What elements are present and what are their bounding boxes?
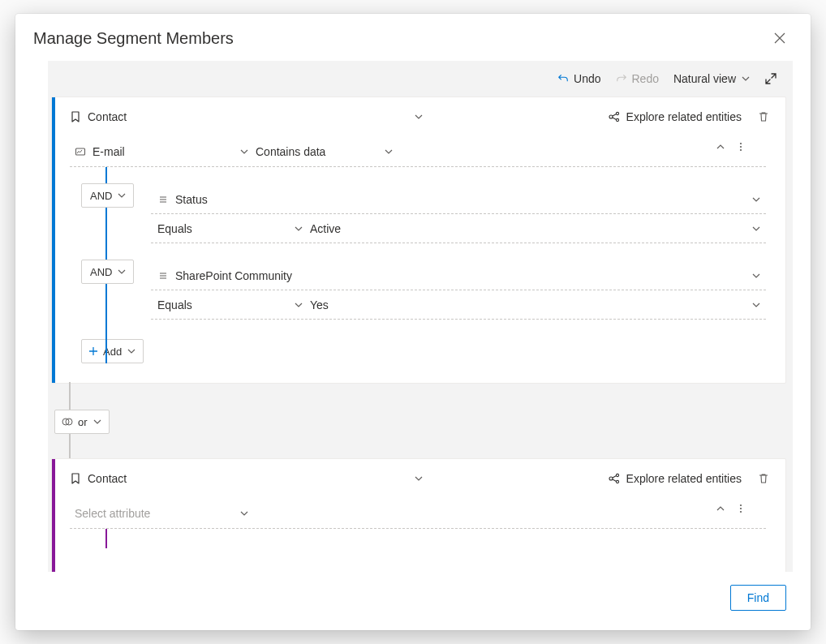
list-icon bbox=[157, 270, 169, 281]
toolbar: Undo Redo Natural view bbox=[48, 61, 793, 97]
chevron-down-icon bbox=[741, 74, 751, 84]
attribute-selector[interactable]: Select attribute bbox=[75, 507, 249, 520]
operator-selector[interactable]: Equals bbox=[157, 222, 303, 235]
attribute-placeholder: Select attribute bbox=[75, 507, 150, 520]
conditions-area bbox=[70, 529, 766, 548]
chevron-down-icon bbox=[294, 300, 303, 310]
logic-label: AND bbox=[90, 190, 112, 202]
chevron-down-icon bbox=[414, 112, 424, 122]
entity-selector[interactable]: Contact bbox=[70, 110, 127, 123]
operator-selector[interactable]: Equals bbox=[157, 298, 303, 311]
undo-button[interactable]: Undo bbox=[557, 72, 600, 85]
operator-label: Equals bbox=[157, 222, 192, 235]
operator-label: Equals bbox=[157, 298, 192, 311]
trash-icon bbox=[758, 473, 769, 484]
add-condition-button[interactable]: Add bbox=[81, 339, 144, 363]
chevron-down-icon bbox=[127, 346, 136, 356]
condition-row: E-mail Contains data bbox=[70, 136, 766, 167]
value-label: Yes bbox=[310, 298, 329, 311]
block-collapse-toggle[interactable] bbox=[414, 112, 424, 122]
svg-point-2 bbox=[616, 118, 618, 121]
svg-point-11 bbox=[616, 480, 618, 483]
chevron-down-icon bbox=[751, 271, 761, 281]
block-accent bbox=[52, 97, 55, 383]
plus-icon bbox=[88, 346, 98, 356]
chevron-down-icon bbox=[92, 417, 102, 427]
condition-group: AND SharePoint Community bbox=[104, 243, 766, 320]
logic-label: or bbox=[78, 416, 88, 428]
svg-point-0 bbox=[609, 115, 613, 118]
row-expand[interactable] bbox=[751, 300, 761, 310]
close-button[interactable] bbox=[767, 25, 793, 51]
attribute-label: E-mail bbox=[92, 145, 125, 158]
block-rows: Select attribute bbox=[52, 498, 785, 548]
delete-block-button[interactable] bbox=[748, 111, 769, 122]
chevron-down-icon bbox=[751, 195, 761, 204]
attribute-label: Status bbox=[175, 193, 208, 206]
content-wrap: Undo Redo Natural view bbox=[15, 61, 811, 572]
explore-related-label: Explore related entities bbox=[626, 472, 742, 485]
row-expand[interactable] bbox=[751, 271, 761, 281]
operator-selector[interactable]: Contains data bbox=[256, 145, 394, 158]
chevron-down-icon bbox=[414, 474, 424, 483]
logic-label: AND bbox=[90, 266, 112, 278]
bookmark-entity-icon bbox=[70, 473, 81, 484]
dialog-header: Manage Segment Members bbox=[15, 14, 811, 61]
explore-related-button[interactable]: Explore related entities bbox=[609, 472, 742, 485]
condition-group: AND Status bbox=[104, 167, 766, 243]
find-button[interactable]: Find bbox=[730, 585, 786, 611]
fullscreen-button[interactable] bbox=[765, 73, 777, 84]
primary-row-wrap: Select attribute bbox=[70, 498, 766, 529]
condition-row: SharePoint Community bbox=[151, 261, 766, 290]
attribute-label: SharePoint Community bbox=[175, 269, 292, 282]
redo-icon bbox=[616, 73, 627, 84]
conditions-area: AND Status bbox=[70, 167, 766, 363]
explore-related-button[interactable]: Explore related entities bbox=[609, 110, 742, 123]
svg-point-9 bbox=[609, 477, 613, 480]
attribute-selector[interactable]: E-mail bbox=[75, 145, 249, 158]
chevron-down-icon bbox=[117, 191, 127, 200]
value-label: Active bbox=[310, 222, 341, 235]
dialog-footer: Find bbox=[15, 572, 811, 630]
dialog: Manage Segment Members Undo Redo Natural… bbox=[15, 14, 811, 630]
condition-row: Equals Active bbox=[151, 214, 766, 243]
logic-operator-badge[interactable]: AND bbox=[81, 183, 134, 208]
chevron-down-icon bbox=[751, 224, 761, 234]
close-icon bbox=[774, 32, 785, 44]
logic-operator-badge[interactable]: or bbox=[54, 410, 110, 434]
attribute-selector[interactable]: Status bbox=[157, 193, 302, 206]
condition-row: Equals Yes bbox=[151, 290, 766, 320]
undo-label: Undo bbox=[574, 72, 600, 85]
block-rows: E-mail Contains data bbox=[52, 136, 785, 363]
scroll-area[interactable]: Undo Redo Natural view bbox=[48, 61, 793, 572]
bookmark-entity-icon bbox=[70, 111, 81, 122]
operator-label: Contains data bbox=[256, 145, 325, 158]
value-selector[interactable]: Active bbox=[310, 222, 766, 235]
redo-label: Redo bbox=[632, 72, 659, 85]
query-block: Contact Explore related entities bbox=[51, 458, 786, 572]
attribute-selector[interactable]: SharePoint Community bbox=[157, 269, 292, 282]
value-selector[interactable]: Yes bbox=[310, 298, 766, 311]
view-mode-dropdown[interactable]: Natural view bbox=[673, 72, 751, 85]
block-collapse-toggle[interactable] bbox=[414, 474, 424, 483]
row-expand[interactable] bbox=[751, 195, 761, 204]
chevron-down-icon bbox=[294, 224, 303, 234]
chevron-down-icon bbox=[117, 267, 127, 277]
dialog-title: Manage Segment Members bbox=[33, 29, 234, 48]
chevron-down-icon bbox=[751, 300, 761, 310]
entity-selector[interactable]: Contact bbox=[70, 472, 127, 485]
delete-block-button[interactable] bbox=[748, 473, 769, 484]
view-mode-label: Natural view bbox=[673, 72, 736, 85]
block-connector: or bbox=[51, 384, 793, 458]
condition-row: Status bbox=[151, 185, 766, 214]
block-header: Contact Explore related entities bbox=[52, 97, 785, 136]
logic-operator-badge[interactable]: AND bbox=[81, 260, 134, 284]
relation-icon bbox=[609, 473, 620, 484]
block-accent bbox=[52, 459, 55, 572]
row-expand[interactable] bbox=[751, 224, 761, 234]
union-icon bbox=[62, 416, 73, 427]
connector-line bbox=[105, 529, 107, 548]
svg-point-10 bbox=[616, 474, 618, 476]
chevron-down-icon bbox=[239, 147, 249, 157]
explore-related-label: Explore related entities bbox=[626, 110, 742, 123]
